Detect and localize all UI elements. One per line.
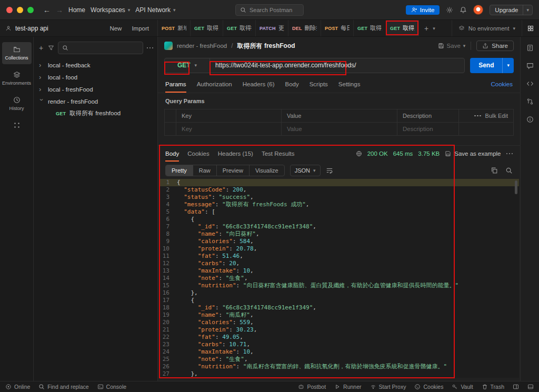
bell-icon[interactable]: [460, 6, 467, 14]
sidebar-more-icon[interactable]: [147, 47, 154, 49]
response-body-editor[interactable]: 1{2 "statusCode": 200,3 "status": "succe…: [160, 179, 519, 378]
tab-authorization[interactable]: Authorization: [197, 76, 232, 93]
wrap-line-icon[interactable]: [326, 167, 333, 174]
url-input[interactable]: https://two024it-test-app.onrender.com/f…: [210, 58, 464, 73]
sidebar-search-input[interactable]: [58, 42, 143, 54]
runner-button[interactable]: Runner: [334, 384, 361, 390]
method-selector[interactable]: GET ▾: [165, 58, 210, 73]
tab-headers[interactable]: Headers (6): [243, 76, 275, 93]
environment-quick-look-icon[interactable]: [522, 20, 539, 36]
request-tab[interactable]: POST新增: [158, 20, 191, 36]
share-button[interactable]: Share: [476, 41, 514, 51]
view-pretty[interactable]: Pretty: [166, 165, 193, 176]
chevron-down-icon[interactable]: ▾: [523, 5, 532, 15]
sidebar-item-history[interactable]: History: [2, 93, 32, 115]
zoom-window-button[interactable]: [27, 7, 34, 13]
network-globe-icon[interactable]: [356, 150, 362, 157]
response-more-icon[interactable]: [506, 153, 513, 155]
info-icon[interactable]: [526, 116, 534, 123]
start-proxy-button[interactable]: Start Proxy: [370, 384, 406, 390]
panel-layout-icon[interactable]: [513, 384, 519, 390]
close-window-button[interactable]: [6, 7, 13, 13]
tab-settings[interactable]: Settings: [338, 76, 361, 93]
minimize-window-button[interactable]: [17, 7, 23, 13]
forward-icon[interactable]: →: [56, 6, 63, 14]
response-tab-cookies[interactable]: Cookies: [187, 146, 209, 162]
trash-button[interactable]: Trash: [482, 384, 504, 390]
response-tab-test-results[interactable]: Test Results: [262, 146, 295, 162]
scrollbar-thumb[interactable]: [515, 180, 517, 194]
sidebar-item-collections[interactable]: Collections: [2, 42, 32, 64]
value-input[interactable]: Value: [282, 123, 397, 136]
view-visualize[interactable]: Visualize: [249, 165, 284, 176]
sidebar-item-environments[interactable]: Environments: [2, 67, 32, 89]
workspace-name[interactable]: test-app api: [15, 25, 48, 32]
nav-home[interactable]: Home: [68, 6, 85, 14]
import-button[interactable]: Import: [128, 24, 152, 33]
cookies-link[interactable]: Cookies: [491, 81, 513, 87]
collection-item[interactable]: ›local - feedback: [34, 59, 157, 71]
drag-handle[interactable]: [165, 123, 176, 136]
new-button[interactable]: New: [106, 24, 125, 33]
send-button[interactable]: Send ▾: [470, 58, 514, 73]
save-as-example-button[interactable]: Save as example: [445, 150, 501, 157]
view-raw[interactable]: Raw: [193, 165, 217, 176]
global-search-input[interactable]: Search Postman: [235, 4, 304, 16]
back-icon[interactable]: ←: [43, 6, 51, 14]
request-item[interactable]: GET取得所有 freshfood: [34, 107, 157, 119]
upgrade-button[interactable]: Upgrade ▾: [490, 5, 533, 15]
copy-icon[interactable]: [491, 167, 498, 174]
line-number: 24: [160, 348, 177, 356]
tab-params[interactable]: Params: [165, 76, 186, 93]
view-preview[interactable]: Preview: [217, 165, 249, 176]
collection-item[interactable]: ›local - food: [34, 71, 157, 83]
cookies-button[interactable]: Cookies: [414, 384, 443, 390]
chevron-down-icon[interactable]: ▾: [463, 43, 466, 48]
collection-item[interactable]: ›render - freshFood: [34, 95, 157, 107]
code-snippet-icon[interactable]: [526, 80, 534, 87]
response-tab-headers[interactable]: Headers (15): [218, 146, 253, 162]
request-tab[interactable]: GET取得所: [386, 20, 419, 36]
save-button[interactable]: Save ▾: [438, 43, 466, 49]
response-tab-body[interactable]: Body: [165, 146, 179, 162]
bulk-edit-button[interactable]: Bulk Edit: [464, 113, 508, 119]
sidebar-item-more-tools[interactable]: [2, 118, 32, 133]
comments-icon[interactable]: [526, 62, 534, 69]
open-tabs-chevron-icon[interactable]: ▾: [433, 26, 435, 31]
new-tab-icon[interactable]: +: [422, 24, 431, 33]
search-response-icon[interactable]: [505, 167, 513, 174]
request-tab[interactable]: PATCH更新: [256, 20, 288, 36]
key-input[interactable]: Key: [176, 123, 282, 136]
avatar[interactable]: [473, 5, 483, 15]
request-tab[interactable]: GET取得所: [354, 20, 386, 36]
request-tab[interactable]: GET取得所: [191, 20, 223, 36]
online-status[interactable]: Online: [5, 384, 30, 390]
invite-button[interactable]: Invite: [406, 5, 440, 15]
vault-button[interactable]: Vault: [452, 384, 473, 390]
add-collection-icon[interactable]: +: [38, 44, 44, 52]
param-row: Key Value Description: [165, 123, 514, 136]
chevron-right-icon: ›: [39, 85, 44, 93]
request-tab[interactable]: DEL刪除指: [288, 20, 321, 36]
console-button[interactable]: Console: [97, 384, 127, 390]
documentation-icon[interactable]: [526, 44, 534, 52]
gear-icon[interactable]: [446, 6, 453, 14]
tab-scripts[interactable]: Scripts: [310, 76, 328, 93]
nav-workspaces[interactable]: Workspaces▾: [91, 6, 130, 14]
request-tab[interactable]: GET取得指: [223, 20, 256, 36]
format-selector[interactable]: JSON ▾: [290, 165, 321, 176]
pull-request-icon[interactable]: [526, 98, 534, 105]
chevron-right-icon: ›: [39, 73, 44, 81]
breadcrumb-collection[interactable]: render - freshFood: [177, 43, 227, 49]
find-and-replace-button[interactable]: Find and replace: [38, 384, 88, 390]
description-input[interactable]: Description: [397, 123, 459, 136]
request-tab[interactable]: POST每日目: [321, 20, 354, 36]
filter-icon[interactable]: [48, 45, 54, 51]
send-options-chevron-icon[interactable]: ▾: [502, 58, 514, 73]
nav-api-network[interactable]: API Network▾: [135, 6, 175, 14]
help-icon[interactable]: [527, 384, 534, 390]
tab-body[interactable]: Body: [285, 76, 298, 93]
collection-item[interactable]: ›local - freshFood: [34, 83, 157, 95]
postbot-button[interactable]: Postbot: [298, 384, 326, 390]
environment-selector[interactable]: No environment ▾: [452, 20, 522, 36]
